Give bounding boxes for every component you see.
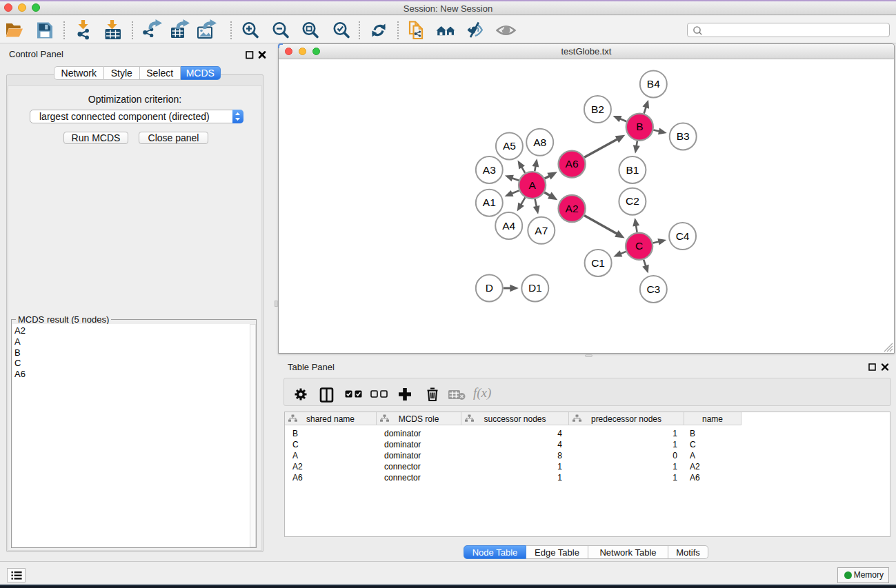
svg-text:A4: A4 (502, 220, 515, 232)
svg-text:C1: C1 (591, 257, 605, 269)
svg-text:B4: B4 (647, 78, 660, 90)
svg-text:C2: C2 (626, 195, 639, 207)
svg-text:B: B (636, 121, 643, 132)
svg-text:B3: B3 (677, 130, 690, 142)
svg-text:A2: A2 (566, 203, 579, 214)
svg-text:A3: A3 (483, 164, 496, 176)
svg-text:A8: A8 (533, 136, 546, 148)
svg-text:D: D (486, 282, 493, 294)
svg-text:B2: B2 (591, 103, 604, 115)
svg-text:A1: A1 (483, 196, 496, 208)
svg-text:C3: C3 (646, 283, 660, 295)
svg-text:A7: A7 (535, 225, 548, 236)
svg-text:A6: A6 (566, 158, 579, 170)
svg-text:C4: C4 (676, 230, 690, 242)
svg-text:D1: D1 (528, 282, 542, 294)
svg-text:A5: A5 (503, 140, 516, 152)
svg-text:C: C (635, 240, 643, 252)
svg-text:B1: B1 (626, 164, 639, 176)
svg-text:A: A (528, 179, 536, 191)
